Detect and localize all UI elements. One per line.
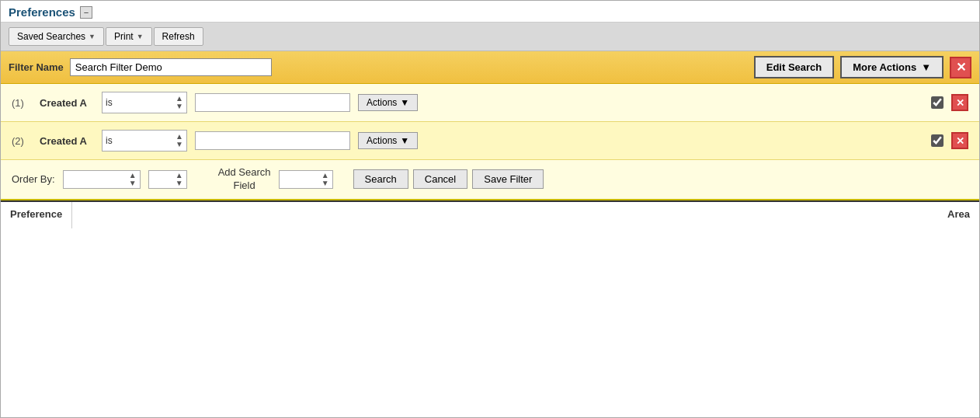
add-search-field-spinner[interactable]: ▲ ▼ [321,172,329,187]
row-1-field-label: Created A [40,97,94,109]
title-bar: Preferences − [1,1,979,23]
more-actions-button[interactable]: More Actions ▼ [840,56,944,78]
row-1-num: (1) [12,97,32,109]
row-2-delete-icon: ✕ [956,135,964,147]
cancel-button[interactable]: Cancel [413,169,467,189]
row-2-actions-dropdown-icon: ▼ [400,135,409,146]
row-2-actions-button[interactable]: Actions ▼ [358,132,418,149]
row-2-num: (2) [12,135,32,147]
save-filter-button[interactable]: Save Filter [472,169,544,189]
filter-header: Filter Name Edit Search More Actions ▼ ✕ [1,51,979,84]
row-2-operator-value: is [106,135,113,146]
filter-header-close-button[interactable]: ✕ [950,57,971,78]
main-window: Preferences − Saved Searches ▼ Print ▼ R… [0,0,980,418]
page-title: Preferences [9,5,75,19]
toolbar: Saved Searches ▼ Print ▼ Refresh [1,23,979,51]
row-1-operator-select[interactable]: is ▲ ▼ [102,92,187,113]
saved-searches-button[interactable]: Saved Searches ▼ [9,27,104,46]
order-by-dir-select[interactable]: ▲ ▼ [148,170,187,189]
row-1-actions-dropdown-icon: ▼ [400,97,409,108]
filter-name-input[interactable] [70,58,272,76]
order-by-dir-spinner[interactable]: ▲ ▼ [175,172,183,187]
action-buttons: Search Cancel Save Filter [353,169,544,189]
filter-row-1: (1) Created A is ▲ ▼ Actions ▼ ✕ [1,84,979,122]
row-2-delete-button[interactable]: ✕ [951,132,968,149]
print-button[interactable]: Print ▼ [106,27,152,46]
row-1-operator-spinner[interactable]: ▲ ▼ [175,95,183,110]
footer-area-cell: Area [938,202,979,228]
refresh-button[interactable]: Refresh [154,27,203,46]
filter-rows: (1) Created A is ▲ ▼ Actions ▼ ✕ (2) [1,84,979,200]
more-actions-label: More Actions [853,61,916,73]
footer-preference-cell: Preference [1,202,72,228]
saved-searches-dropdown-icon: ▼ [89,33,96,40]
print-dropdown-icon: ▼ [137,33,144,40]
row-1-actions-button[interactable]: Actions ▼ [358,94,418,111]
row-1-value-input[interactable] [195,93,350,112]
edit-search-button[interactable]: Edit Search [754,56,835,78]
search-button[interactable]: Search [353,169,408,189]
print-label: Print [114,31,134,42]
row-1-actions-label: Actions [367,97,397,108]
row-1-checkbox[interactable] [931,96,944,109]
collapse-button[interactable]: − [80,6,92,19]
row-2-operator-select[interactable]: is ▲ ▼ [102,130,187,152]
add-search-field-label: Add SearchField [218,166,271,193]
row-1-delete-icon: ✕ [956,97,964,109]
row-2-operator-spinner[interactable]: ▲ ▼ [175,133,183,148]
order-by-label: Order By: [12,173,55,185]
saved-searches-label: Saved Searches [17,31,85,42]
more-actions-dropdown-icon: ▼ [921,61,931,73]
order-by-field-spinner[interactable]: ▲ ▼ [129,172,137,187]
refresh-label: Refresh [162,31,195,42]
close-x-icon: ✕ [956,60,966,75]
row-1-delete-button[interactable]: ✕ [951,94,968,111]
row-2-field-label: Created A [40,135,94,147]
filter-name-label: Filter Name [9,61,64,73]
row-2-actions-label: Actions [367,135,397,146]
footer-bar: Preference Area [1,200,979,228]
filter-row-2: (2) Created A is ▲ ▼ Actions ▼ ✕ [1,122,979,160]
row-1-operator-value: is [106,97,113,108]
order-by-field-select[interactable]: ▲ ▼ [63,170,141,189]
bottom-controls: Order By: ▲ ▼ ▲ ▼ Add SearchField ▲ [1,160,979,200]
add-search-field-select[interactable]: ▲ ▼ [279,170,333,189]
row-2-checkbox[interactable] [931,134,944,147]
row-2-value-input[interactable] [195,131,350,150]
